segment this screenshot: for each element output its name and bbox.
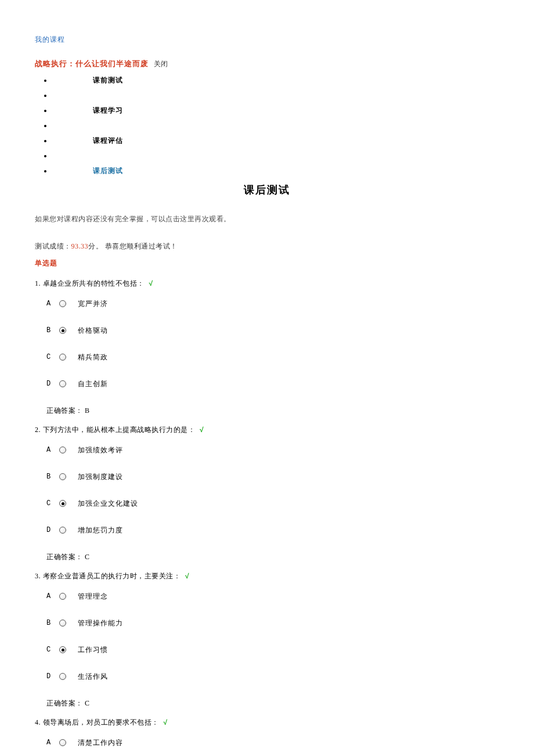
option-row[interactable]: B价格驱动: [35, 326, 499, 335]
nav-item-label: 课程学习: [93, 106, 123, 114]
radio-icon[interactable]: [59, 593, 66, 600]
option-text: 价格驱动: [78, 326, 108, 336]
check-icon: √: [149, 279, 153, 287]
close-link[interactable]: 关闭: [154, 60, 168, 68]
option-text: 管理理念: [78, 592, 108, 602]
option-text: 清楚工作内容: [78, 738, 123, 748]
radio-icon[interactable]: [59, 739, 66, 746]
check-icon: √: [200, 426, 204, 434]
radio-icon[interactable]: [59, 500, 66, 507]
option-row[interactable]: D自主创新: [35, 379, 499, 388]
nav-item-blank: [52, 148, 499, 163]
question-text: 1. 卓越企业所共有的特性不包括：: [35, 279, 145, 287]
option-row[interactable]: C工作习惯: [35, 645, 499, 654]
course-nav: 课前测试 课程学习 课程评估 课后测试: [41, 73, 499, 178]
option-text: 生活作风: [78, 672, 108, 682]
option-text: 工作习惯: [78, 645, 108, 655]
option-letter: C: [46, 646, 56, 654]
option-letter: D: [46, 526, 56, 534]
option-text: 增加惩罚力度: [78, 525, 123, 535]
option-row[interactable]: B管理操作能力: [35, 618, 499, 628]
option-text: 加强企业文化建设: [78, 499, 138, 509]
radio-icon[interactable]: [59, 327, 66, 334]
option-row[interactable]: A清楚工作内容: [35, 738, 499, 747]
page-title: 课后测试: [35, 183, 499, 197]
option-text: 宽严并济: [78, 299, 108, 309]
radio-icon[interactable]: [59, 527, 66, 534]
radio-icon[interactable]: [59, 354, 66, 361]
option-letter: D: [46, 380, 56, 388]
nav-item[interactable]: 课程评估: [52, 133, 499, 148]
score-line: 测试成绩：93.33分。 恭喜您顺利通过考试！: [35, 242, 499, 251]
option-row[interactable]: D增加惩罚力度: [35, 525, 499, 535]
option-row[interactable]: A加强绩效考评: [35, 445, 499, 455]
question-title: 4. 领导离场后，对员工的要求不包括：√: [35, 718, 499, 728]
option-letter: C: [46, 353, 56, 361]
option-text: 自主创新: [78, 379, 108, 389]
option-row[interactable]: D生活作风: [35, 672, 499, 681]
breadcrumb[interactable]: 我的课程: [35, 35, 499, 45]
question: 1. 卓越企业所共有的特性不包括：√A宽严并济B价格驱动C精兵简政D自主创新正确…: [35, 279, 499, 416]
rewatch-hint[interactable]: 如果您对课程内容还没有完全掌握，可以点击这里再次观看。: [35, 214, 499, 224]
option-row[interactable]: C加强企业文化建设: [35, 499, 499, 508]
radio-icon[interactable]: [59, 300, 66, 307]
score-value: 93.33: [71, 242, 89, 250]
option-text: 精兵简政: [78, 352, 108, 362]
option-row[interactable]: B加强制度建设: [35, 472, 499, 481]
correct-answer: 正确答案： C: [35, 552, 499, 562]
course-title: 战略执行：什么让我们半途而废: [35, 59, 149, 68]
radio-icon[interactable]: [59, 646, 66, 653]
nav-item-blank: [52, 88, 499, 103]
option-letter: A: [46, 446, 56, 454]
nav-item-blank: [52, 118, 499, 133]
question-title: 2. 下列方法中，能从根本上提高战略执行力的是：√: [35, 425, 499, 435]
option-letter: A: [46, 739, 56, 747]
score-msg: 恭喜您顺利通过考试！: [103, 242, 178, 250]
question-text: 2. 下列方法中，能从根本上提高战略执行力的是：: [35, 426, 195, 434]
radio-icon[interactable]: [59, 673, 66, 680]
option-row[interactable]: C精兵简政: [35, 352, 499, 362]
question: 2. 下列方法中，能从根本上提高战略执行力的是：√A加强绩效考评B加强制度建设C…: [35, 425, 499, 562]
option-text: 加强制度建设: [78, 472, 123, 482]
option-text: 加强绩效考评: [78, 445, 123, 455]
option-letter: D: [46, 672, 56, 681]
check-icon: √: [185, 572, 189, 580]
option-letter: A: [46, 592, 56, 600]
question: 4. 领导离场后，对员工的要求不包括：√A清楚工作内容: [35, 718, 499, 747]
option-letter: A: [46, 300, 56, 308]
option-letter: B: [46, 619, 56, 627]
radio-icon[interactable]: [59, 447, 66, 453]
correct-answer: 正确答案： B: [35, 406, 499, 416]
nav-item-label: 课前测试: [93, 76, 123, 84]
radio-icon[interactable]: [59, 380, 66, 387]
question-title: 1. 卓越企业所共有的特性不包括：√: [35, 279, 499, 289]
option-letter: B: [46, 473, 56, 481]
option-row[interactable]: A管理理念: [35, 592, 499, 601]
score-prefix: 测试成绩：: [35, 242, 71, 250]
option-letter: C: [46, 499, 56, 507]
nav-item[interactable]: 课后测试: [52, 163, 499, 178]
check-icon: √: [164, 718, 168, 726]
course-title-line: 战略执行：什么让我们半途而废 关闭: [35, 59, 499, 69]
section-label: 单选题: [35, 258, 499, 268]
question: 3. 考察企业普通员工的执行力时，主要关注：√A管理理念B管理操作能力C工作习惯…: [35, 571, 499, 708]
question-text: 4. 领导离场后，对员工的要求不包括：: [35, 718, 159, 726]
nav-item[interactable]: 课前测试: [52, 73, 499, 88]
option-row[interactable]: A宽严并济: [35, 299, 499, 308]
score-unit: 分。: [88, 242, 103, 250]
option-text: 管理操作能力: [78, 618, 123, 628]
radio-icon[interactable]: [59, 620, 66, 627]
nav-item-label: 课程评估: [93, 136, 123, 145]
nav-item[interactable]: 课程学习: [52, 103, 499, 118]
option-letter: B: [46, 326, 56, 334]
radio-icon[interactable]: [59, 473, 66, 480]
correct-answer: 正确答案： C: [35, 699, 499, 708]
nav-item-label: 课后测试: [93, 167, 123, 175]
question-text: 3. 考察企业普通员工的执行力时，主要关注：: [35, 572, 181, 580]
question-title: 3. 考察企业普通员工的执行力时，主要关注：√: [35, 571, 499, 581]
